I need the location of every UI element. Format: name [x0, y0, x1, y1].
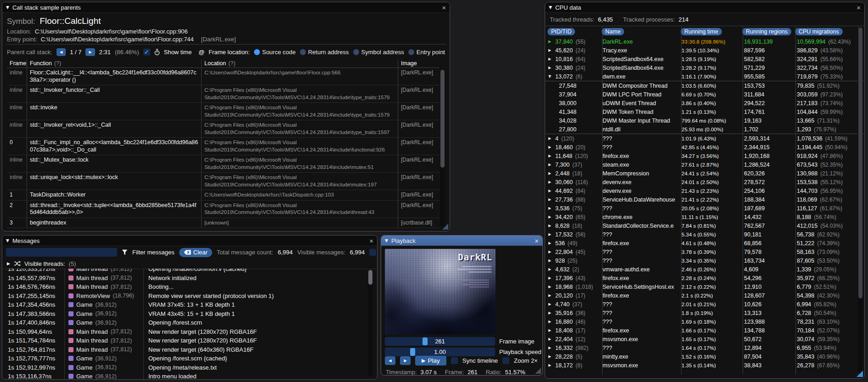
cpu-process-row[interactable]: ▶18,460(20)???42.85 s (4.45%)2,344,9151,…: [545, 143, 864, 152]
scrollbar-thumb[interactable]: [368, 270, 372, 285]
message-row[interactable]: 1s 147,354,456nsGame(36,912)VRAM 37x45: …: [2, 300, 377, 309]
cpu-process-row[interactable]: ▶16,880(46)???1.69 s (0.18%)123,98878,23…: [545, 317, 864, 326]
collapse-icon[interactable]: ▼: [6, 238, 9, 243]
cpu-titlebar[interactable]: ▼ CPU data ×: [545, 2, 864, 13]
cpu-process-row[interactable]: ▶18,968(1,018)ServiceHub.SettingsHost.ex…: [545, 282, 864, 291]
cpu-process-row[interactable]: ▶3,536(75)???20.05 s (2.08%)187,689116,1…: [545, 204, 864, 213]
cpu-process-row[interactable]: 34,028DWM Master Input Thread799.64 ms (…: [545, 116, 864, 125]
collapse-icon[interactable]: ▼: [385, 238, 388, 243]
show-time-label[interactable]: Show time: [164, 49, 192, 56]
message-row[interactable]: 1s 145,557,997nsMain thread(37,812)Netwo…: [2, 274, 377, 283]
cpu-process-row[interactable]: 41,348DWM Token Thread1.21 s (0.13%)174,…: [545, 107, 864, 116]
cpu-process-row[interactable]: 37,904DWM LPC Port Thread6.69 s (0.70%)3…: [545, 90, 864, 99]
expand-arrow-icon[interactable]: ▶: [548, 189, 552, 193]
radio-entry-point[interactable]: Entry point: [408, 49, 445, 56]
cpu-process-row[interactable]: ▶16,332(982)???1.64 s (0.17%)12,8946,955…: [545, 343, 864, 352]
close-icon[interactable]: ×: [535, 237, 539, 244]
expand-arrow-icon[interactable]: ▶: [548, 136, 552, 140]
expand-arrow-icon[interactable]: ▶: [548, 39, 552, 44]
next-stack-button[interactable]: ▶: [85, 48, 95, 56]
message-row[interactable]: 1s 147,255,145nsRemoteView(18,796)Remote…: [2, 292, 377, 301]
cpu-process-row[interactable]: ▶17,532(56)???5.34 s (0.55%)90,18156,738…: [545, 230, 864, 239]
expand-arrow-icon[interactable]: ▶: [548, 276, 552, 280]
resize-grip[interactable]: [442, 224, 448, 230]
cpu-process-row[interactable]: ▶928(25)???3.34 s (0.35%)163,73487,605(5…: [545, 256, 864, 265]
sort-cpu-migrations-button[interactable]: CPU migrations: [795, 28, 843, 35]
cpu-process-row[interactable]: ▶22,404(12)msvsmon.exe1.65 s (0.17%)50,6…: [545, 335, 864, 343]
show-images-checkbox[interactable]: [369, 249, 376, 256]
message-row[interactable]: 1s 150,994,64nsMain thread(37,812)New re…: [2, 327, 377, 337]
expand-icon[interactable]: ▶: [7, 261, 10, 266]
close-icon[interactable]: ×: [857, 4, 861, 11]
cpu-process-row[interactable]: ▶4,632(2)vmware-authd.exe2.46 s (0.26%)4…: [545, 265, 864, 274]
message-row[interactable]: 1s 146,576,766nsMain thread(37,812)Booti…: [2, 282, 377, 292]
play-button[interactable]: ▶Play: [415, 356, 446, 365]
source-location[interactable]: C:\Users\wolf\Desktop\darkrl\src\game\fl…: [202, 68, 398, 85]
expand-arrow-icon[interactable]: ▶: [548, 250, 552, 254]
expand-arrow-icon[interactable]: ▶: [548, 66, 552, 70]
expand-arrow-icon[interactable]: ▶: [548, 241, 552, 245]
playback-titlebar[interactable]: ▼ Playback ×: [381, 236, 542, 246]
expand-arrow-icon[interactable]: ▶: [548, 180, 552, 184]
cpu-process-row[interactable]: ▶17,396(43)firefox.exe2.28 s (0.24%)54,2…: [545, 274, 864, 282]
table-header[interactable]: Frame Function(?) Location(?) Image: [7, 59, 440, 68]
radio-symbol-address[interactable]: Symbol address: [353, 49, 404, 56]
collapse-icon[interactable]: ▼: [6, 5, 9, 10]
expand-arrow-icon[interactable]: ▶: [548, 206, 552, 210]
expand-arrow-icon[interactable]: ▶: [548, 302, 552, 306]
speed-slider[interactable]: 1.00: [385, 348, 495, 356]
expand-arrow-icon[interactable]: ▶: [548, 215, 552, 219]
cpu-process-row[interactable]: 27,800ntdll.dll25.93 ms (0.00%)1,7021,29…: [545, 125, 864, 134]
source-location[interactable]: [unknown]: [202, 218, 398, 228]
visible-threads-label[interactable]: Visible threads:: [24, 260, 65, 267]
message-row[interactable]: 1s 152,912,997nsGame(36,912)Opening /met…: [2, 363, 377, 372]
message-row[interactable]: 1s 147,400,846nsGame(36,912)Opening /for…: [2, 318, 377, 327]
sort-name-button[interactable]: Name: [602, 28, 624, 35]
zoom-2x-checkbox[interactable]: [502, 357, 509, 364]
source-location[interactable]: C:\Program Files (x86)\Microsoft Visual …: [202, 155, 398, 172]
expand-arrow-icon[interactable]: ▶: [548, 363, 552, 367]
cpu-process-row[interactable]: ▶4(120)???1:01.9 (6.43%)2,593,3141,078,5…: [545, 134, 864, 143]
show-time-checkbox[interactable]: ✓: [143, 49, 150, 56]
callstack-titlebar[interactable]: ▼ Call stack sample parents ×: [2, 2, 450, 13]
message-row[interactable]: 1s 120,333,272nsMain thread(37,812)Openi…: [2, 269, 377, 274]
scrollbar-thumb[interactable]: [440, 70, 445, 168]
expand-arrow-icon[interactable]: ▶: [548, 346, 552, 350]
expand-arrow-icon[interactable]: ▶: [548, 145, 552, 149]
collapse-arrow-icon[interactable]: ▼: [548, 74, 552, 79]
expand-arrow-icon[interactable]: ▶: [548, 197, 552, 202]
expand-arrow-icon[interactable]: ▶: [548, 337, 552, 341]
cpu-process-row[interactable]: ▼13,072(6)dwm.exe1:16.1 (7.90%)955,58571…: [545, 72, 864, 81]
cpu-process-row[interactable]: ▶45,620(24)Tracy.exe1:39.5 (10.34%)887,5…: [545, 46, 864, 55]
frame-slider[interactable]: 261: [385, 337, 495, 346]
messages-titlebar[interactable]: ▼ Messages ×: [2, 236, 377, 246]
cpu-process-row[interactable]: ▶27,736(88)ServiceHub.DataWarehouse21.41…: [545, 195, 864, 204]
close-icon[interactable]: ×: [442, 4, 446, 11]
scrollbar-thumb[interactable]: [858, 28, 862, 298]
filter-input[interactable]: [6, 248, 117, 257]
expand-arrow-icon[interactable]: ▶: [548, 171, 552, 175]
cpu-process-row[interactable]: ▶37,840(55)DarkRL.exe33:30.8 (208.96%)16…: [545, 37, 864, 46]
vertical-scrollbar[interactable]: [440, 69, 445, 226]
resize-grip[interactable]: [857, 371, 863, 377]
cpu-process-row[interactable]: ▶10,816(64)ScriptedSandbox64.exe1:28.5 (…: [545, 55, 864, 63]
cpu-process-row[interactable]: ▶22,804(45)???3.78 s (0.39%)79,57858,163…: [545, 247, 864, 256]
source-location[interactable]: C:\Program Files (x86)\Microsoft Visual …: [202, 85, 398, 102]
source-location[interactable]: C:\Program Files (x86)\Microsoft Visual …: [202, 120, 398, 137]
source-location[interactable]: C:\Users\wolf\Desktop\darkrl\src\TaskDis…: [202, 190, 398, 200]
cpu-process-row[interactable]: ▶4,740(37)???2.01 s (0.21%)10,6266,994(6…: [545, 300, 864, 309]
expand-arrow-icon[interactable]: ▶: [548, 57, 552, 61]
source-location[interactable]: C:\Program Files (x86)\Microsoft Visual …: [202, 173, 398, 190]
message-row[interactable]: 1s 152,776,777nsGame(36,912)Opening /for…: [2, 354, 377, 363]
cpu-process-row[interactable]: ▶34,420(65)chrome.exe11.11 s (1.15%)14,4…: [545, 213, 864, 221]
step-back-button[interactable]: ◀: [385, 356, 395, 365]
expand-arrow-icon[interactable]: ▶: [548, 154, 552, 158]
resize-grip[interactable]: [535, 368, 541, 374]
close-icon[interactable]: ×: [369, 237, 373, 244]
expand-arrow-icon[interactable]: ▶: [548, 320, 552, 324]
sync-timeline-checkbox[interactable]: [451, 357, 458, 364]
cpu-process-row[interactable]: ▶35,916(36)???1.8 s (0.19%)13,3136,728(5…: [545, 309, 864, 317]
expand-arrow-icon[interactable]: ▶: [548, 293, 552, 298]
cpu-process-row[interactable]: ▶11,648(120)firefox.exe34.27 s (3.56%)1,…: [545, 152, 864, 160]
radio-return-address[interactable]: Return address: [300, 49, 349, 56]
